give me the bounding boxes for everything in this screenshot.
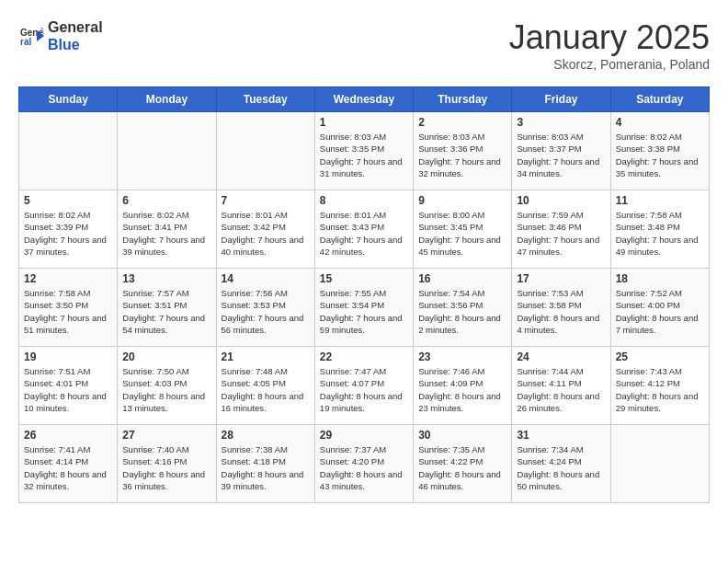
cell-content: Sunrise: 7:53 AM Sunset: 3:58 PM Dayligh…	[517, 287, 605, 336]
day-number: 31	[517, 429, 605, 442]
day-header-friday: Friday	[512, 87, 610, 112]
cell-content: Sunrise: 7:58 AM Sunset: 3:48 PM Dayligh…	[616, 209, 704, 258]
calendar-cell	[216, 112, 314, 190]
day-header-thursday: Thursday	[414, 87, 512, 112]
day-number: 10	[517, 194, 605, 207]
calendar-cell: 25Sunrise: 7:43 AM Sunset: 4:12 PM Dayli…	[610, 347, 709, 425]
calendar-cell: 20Sunrise: 7:50 AM Sunset: 4:03 PM Dayli…	[118, 347, 216, 425]
calendar-cell: 14Sunrise: 7:56 AM Sunset: 3:53 PM Dayli…	[216, 269, 314, 347]
day-number: 27	[122, 429, 210, 442]
cell-content: Sunrise: 7:55 AM Sunset: 3:54 PM Dayligh…	[320, 287, 408, 336]
day-header-sunday: Sunday	[19, 87, 118, 112]
cell-content: Sunrise: 7:44 AM Sunset: 4:11 PM Dayligh…	[517, 365, 605, 414]
day-header-tuesday: Tuesday	[216, 87, 314, 112]
cell-content: Sunrise: 7:47 AM Sunset: 4:07 PM Dayligh…	[320, 365, 408, 414]
day-number: 17	[517, 272, 605, 285]
day-number: 6	[122, 194, 210, 207]
logo-blue: Blue	[48, 37, 80, 52]
calendar-cell: 10Sunrise: 7:59 AM Sunset: 3:46 PM Dayli…	[512, 190, 610, 269]
calendar-table: SundayMondayTuesdayWednesdayThursdayFrid…	[18, 86, 710, 503]
day-number: 5	[24, 194, 112, 207]
day-number: 21	[222, 350, 310, 363]
week-row-3: 12Sunrise: 7:58 AM Sunset: 3:50 PM Dayli…	[19, 269, 710, 347]
day-number: 15	[320, 272, 408, 285]
cell-content: Sunrise: 7:52 AM Sunset: 4:00 PM Dayligh…	[616, 287, 704, 336]
cell-content: Sunrise: 7:40 AM Sunset: 4:16 PM Dayligh…	[122, 443, 210, 492]
day-number: 1	[320, 116, 408, 129]
calendar-cell: 13Sunrise: 7:57 AM Sunset: 3:51 PM Dayli…	[118, 269, 216, 347]
day-number: 30	[418, 429, 506, 442]
cell-content: Sunrise: 7:43 AM Sunset: 4:12 PM Dayligh…	[616, 365, 704, 414]
calendar-cell: 27Sunrise: 7:40 AM Sunset: 4:16 PM Dayli…	[118, 425, 216, 503]
cell-content: Sunrise: 7:38 AM Sunset: 4:18 PM Dayligh…	[222, 443, 310, 492]
day-number: 29	[320, 429, 408, 442]
day-number: 25	[616, 350, 704, 363]
day-number: 8	[320, 194, 408, 207]
day-number: 23	[418, 350, 506, 363]
cell-content: Sunrise: 8:03 AM Sunset: 3:36 PM Dayligh…	[418, 131, 506, 179]
calendar-cell: 26Sunrise: 7:41 AM Sunset: 4:14 PM Dayli…	[19, 425, 118, 503]
calendar-cell: 19Sunrise: 7:51 AM Sunset: 4:01 PM Dayli…	[19, 347, 118, 425]
calendar-cell: 16Sunrise: 7:54 AM Sunset: 3:56 PM Dayli…	[414, 269, 512, 347]
cell-content: Sunrise: 8:01 AM Sunset: 3:42 PM Dayligh…	[222, 209, 310, 258]
cell-content: Sunrise: 8:02 AM Sunset: 3:38 PM Dayligh…	[616, 131, 704, 179]
title-block: January 2025 Skorcz, Pomerania, Poland	[509, 18, 710, 72]
calendar-cell	[19, 112, 118, 190]
calendar-body: 1Sunrise: 8:03 AM Sunset: 3:35 PM Daylig…	[19, 112, 710, 503]
calendar-cell: 11Sunrise: 7:58 AM Sunset: 3:48 PM Dayli…	[610, 190, 709, 269]
calendar-cell: 3Sunrise: 8:03 AM Sunset: 3:37 PM Daylig…	[512, 112, 610, 190]
day-number: 22	[320, 350, 408, 363]
day-number: 7	[222, 194, 310, 207]
week-row-5: 26Sunrise: 7:41 AM Sunset: 4:14 PM Dayli…	[19, 425, 710, 503]
day-number: 19	[24, 350, 112, 363]
cell-content: Sunrise: 7:54 AM Sunset: 3:56 PM Dayligh…	[418, 287, 506, 336]
cell-content: Sunrise: 7:41 AM Sunset: 4:14 PM Dayligh…	[24, 443, 112, 492]
day-number: 4	[616, 116, 704, 129]
day-header-saturday: Saturday	[610, 87, 709, 112]
day-number: 11	[616, 194, 704, 207]
calendar-cell: 15Sunrise: 7:55 AM Sunset: 3:54 PM Dayli…	[314, 269, 413, 347]
logo-icon: Gene- ral	[18, 23, 44, 49]
calendar-cell: 28Sunrise: 7:38 AM Sunset: 4:18 PM Dayli…	[216, 425, 314, 503]
cell-content: Sunrise: 8:00 AM Sunset: 3:45 PM Dayligh…	[418, 209, 506, 258]
day-number: 9	[418, 194, 506, 207]
cell-content: Sunrise: 8:01 AM Sunset: 3:43 PM Dayligh…	[320, 209, 408, 258]
calendar-cell: 23Sunrise: 7:46 AM Sunset: 4:09 PM Dayli…	[414, 347, 512, 425]
logo-general: General	[48, 19, 103, 35]
cell-content: Sunrise: 8:02 AM Sunset: 3:39 PM Dayligh…	[24, 209, 112, 258]
cell-content: Sunrise: 8:03 AM Sunset: 3:35 PM Dayligh…	[320, 131, 408, 179]
day-number: 12	[24, 272, 112, 285]
week-row-2: 5Sunrise: 8:02 AM Sunset: 3:39 PM Daylig…	[19, 190, 710, 269]
day-number: 18	[616, 272, 704, 285]
calendar-cell: 17Sunrise: 7:53 AM Sunset: 3:58 PM Dayli…	[512, 269, 610, 347]
calendar-cell: 29Sunrise: 7:37 AM Sunset: 4:20 PM Dayli…	[314, 425, 413, 503]
day-number: 13	[122, 272, 210, 285]
calendar-header-row: SundayMondayTuesdayWednesdayThursdayFrid…	[19, 87, 710, 112]
cell-content: Sunrise: 7:58 AM Sunset: 3:50 PM Dayligh…	[24, 287, 112, 336]
day-number: 26	[24, 429, 112, 442]
week-row-1: 1Sunrise: 8:03 AM Sunset: 3:35 PM Daylig…	[19, 112, 710, 190]
day-number: 24	[517, 350, 605, 363]
calendar-cell: 22Sunrise: 7:47 AM Sunset: 4:07 PM Dayli…	[314, 347, 413, 425]
calendar-cell	[118, 112, 216, 190]
cell-content: Sunrise: 7:56 AM Sunset: 3:53 PM Dayligh…	[222, 287, 310, 336]
cell-content: Sunrise: 8:03 AM Sunset: 3:37 PM Dayligh…	[517, 131, 605, 179]
week-row-4: 19Sunrise: 7:51 AM Sunset: 4:01 PM Dayli…	[19, 347, 710, 425]
calendar-cell: 2Sunrise: 8:03 AM Sunset: 3:36 PM Daylig…	[414, 112, 512, 190]
cell-content: Sunrise: 7:35 AM Sunset: 4:22 PM Dayligh…	[418, 443, 506, 492]
day-number: 2	[418, 116, 506, 129]
calendar-cell: 7Sunrise: 8:01 AM Sunset: 3:42 PM Daylig…	[216, 190, 314, 269]
cell-content: Sunrise: 7:51 AM Sunset: 4:01 PM Dayligh…	[24, 365, 112, 414]
calendar-cell: 5Sunrise: 8:02 AM Sunset: 3:39 PM Daylig…	[19, 190, 118, 269]
day-header-wednesday: Wednesday	[314, 87, 413, 112]
calendar-cell	[610, 425, 709, 503]
month-title: January 2025	[509, 18, 710, 57]
cell-content: Sunrise: 7:46 AM Sunset: 4:09 PM Dayligh…	[418, 365, 506, 414]
day-number: 28	[222, 429, 310, 442]
day-number: 20	[122, 350, 210, 363]
svg-text:ral: ral	[20, 37, 31, 47]
cell-content: Sunrise: 7:37 AM Sunset: 4:20 PM Dayligh…	[320, 443, 408, 492]
calendar-cell: 30Sunrise: 7:35 AM Sunset: 4:22 PM Dayli…	[414, 425, 512, 503]
day-number: 14	[222, 272, 310, 285]
calendar-cell: 4Sunrise: 8:02 AM Sunset: 3:38 PM Daylig…	[610, 112, 709, 190]
